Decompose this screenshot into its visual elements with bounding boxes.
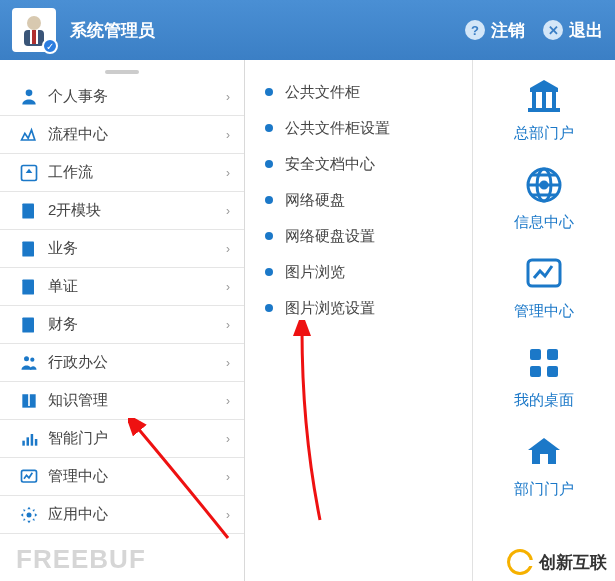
bullet-icon [265, 88, 273, 96]
svg-rect-21 [528, 108, 560, 112]
sidebar-item-finance[interactable]: 财务› [0, 306, 244, 344]
sidebar-item-label: 2开模块 [48, 201, 226, 220]
exit-label: 退出 [569, 19, 603, 42]
portal-globe[interactable]: 信息中心 [514, 163, 574, 232]
sidebar-item-module[interactable]: 2开模块› [0, 192, 244, 230]
chevron-right-icon: › [226, 470, 230, 484]
exit-button[interactable]: ✕ 退出 [543, 19, 603, 42]
submenu-item[interactable]: 图片浏览 [257, 254, 472, 290]
portal-label: 总部门户 [514, 124, 574, 143]
portal-building[interactable]: 总部门户 [514, 74, 574, 143]
portal-label: 管理中心 [514, 302, 574, 321]
sidebar-item-app[interactable]: 应用中心› [0, 496, 244, 534]
chevron-right-icon: › [226, 128, 230, 142]
sidebar-item-label: 管理中心 [48, 467, 226, 486]
sidebar-item-flow[interactable]: 流程中心› [0, 116, 244, 154]
module-icon [18, 200, 40, 222]
svg-rect-14 [31, 434, 34, 446]
sidebar-item-label: 智能门户 [48, 429, 226, 448]
sidebar-item-label: 单证 [48, 277, 226, 296]
submenu-item-label: 公共文件柜 [285, 83, 360, 102]
doc-icon [18, 276, 40, 298]
svg-rect-9 [22, 317, 34, 332]
building-icon [522, 74, 566, 118]
submenu-item[interactable]: 网络硬盘设置 [257, 218, 472, 254]
workflow-icon [18, 162, 40, 184]
submenu-item[interactable]: 图片浏览设置 [257, 290, 472, 326]
sidebar-item-doc[interactable]: 单证› [0, 268, 244, 306]
sidebar-item-label: 财务 [48, 315, 226, 334]
bullet-icon [265, 268, 273, 276]
close-icon: ✕ [543, 20, 563, 40]
chevron-right-icon: › [226, 242, 230, 256]
sidebar-item-admin[interactable]: 行政办公› [0, 344, 244, 382]
sidebar-item-label: 应用中心 [48, 505, 226, 524]
logo-icon [507, 549, 533, 575]
sidebar: 个人事务›流程中心›工作流›2开模块›业务›单证›财务›行政办公›知识管理›智能… [0, 60, 245, 581]
sidebar-item-portal[interactable]: 智能门户› [0, 420, 244, 458]
house-icon [522, 430, 566, 474]
chevron-right-icon: › [226, 508, 230, 522]
portal-label: 我的桌面 [514, 391, 574, 410]
svg-rect-18 [532, 92, 536, 108]
sidebar-item-person[interactable]: 个人事务› [0, 78, 244, 116]
key-icon: ? [465, 20, 485, 40]
logout-button[interactable]: ? 注销 [465, 19, 525, 42]
svg-point-10 [24, 356, 29, 361]
logout-label: 注销 [491, 19, 525, 42]
sidebar-item-biz[interactable]: 业务› [0, 230, 244, 268]
svg-rect-16 [22, 470, 37, 482]
sidebar-item-manage[interactable]: 管理中心› [0, 458, 244, 496]
svg-rect-19 [542, 92, 546, 108]
portal-house[interactable]: 部门门户 [514, 430, 574, 499]
chevron-right-icon: › [226, 280, 230, 294]
svg-rect-26 [530, 349, 541, 360]
drag-handle[interactable] [0, 66, 244, 78]
svg-rect-30 [540, 454, 548, 464]
bullet-icon [265, 304, 273, 312]
svg-rect-15 [35, 439, 38, 446]
submenu-item[interactable]: 公共文件柜 [257, 74, 472, 110]
verified-badge-icon: ✓ [42, 38, 58, 54]
bullet-icon [265, 232, 273, 240]
submenu-item[interactable]: 公共文件柜设置 [257, 110, 472, 146]
chevron-right-icon: › [226, 356, 230, 370]
svg-rect-8 [22, 279, 34, 294]
svg-point-4 [26, 89, 33, 96]
sidebar-item-workflow[interactable]: 工作流› [0, 154, 244, 192]
svg-point-24 [541, 182, 547, 188]
chevron-right-icon: › [226, 90, 230, 104]
chevron-right-icon: › [226, 318, 230, 332]
submenu-item-label: 网络硬盘设置 [285, 227, 375, 246]
sidebar-item-label: 知识管理 [48, 391, 226, 410]
submenu-item-label: 公共文件柜设置 [285, 119, 390, 138]
svg-rect-28 [530, 366, 541, 377]
manage-icon [18, 466, 40, 488]
flow-icon [18, 124, 40, 146]
portal-label: 信息中心 [514, 213, 574, 232]
header: ✓ 系统管理员 ? 注销 ✕ 退出 [0, 0, 615, 60]
svg-rect-20 [552, 92, 556, 108]
sidebar-item-label: 工作流 [48, 163, 226, 182]
svg-rect-3 [32, 30, 36, 44]
sidebar-item-label: 业务 [48, 239, 226, 258]
portal-chart[interactable]: 管理中心 [514, 252, 574, 321]
portal-grid[interactable]: 我的桌面 [514, 341, 574, 410]
chevron-right-icon: › [226, 394, 230, 408]
svg-point-0 [27, 16, 41, 30]
submenu-item[interactable]: 网络硬盘 [257, 182, 472, 218]
admin-icon [18, 352, 40, 374]
sidebar-item-knowledge[interactable]: 知识管理› [0, 382, 244, 420]
portal-label: 部门门户 [514, 480, 574, 499]
avatar[interactable]: ✓ [12, 8, 56, 52]
svg-rect-7 [22, 241, 34, 256]
biz-icon [18, 238, 40, 260]
bullet-icon [265, 196, 273, 204]
chart-icon [522, 252, 566, 296]
portal-list: 总部门户信息中心管理中心我的桌面部门门户 [473, 60, 615, 581]
sidebar-item-label: 行政办公 [48, 353, 226, 372]
submenu-item-label: 图片浏览设置 [285, 299, 375, 318]
svg-point-17 [27, 512, 32, 517]
submenu-item-label: 安全文档中心 [285, 155, 375, 174]
submenu-item[interactable]: 安全文档中心 [257, 146, 472, 182]
